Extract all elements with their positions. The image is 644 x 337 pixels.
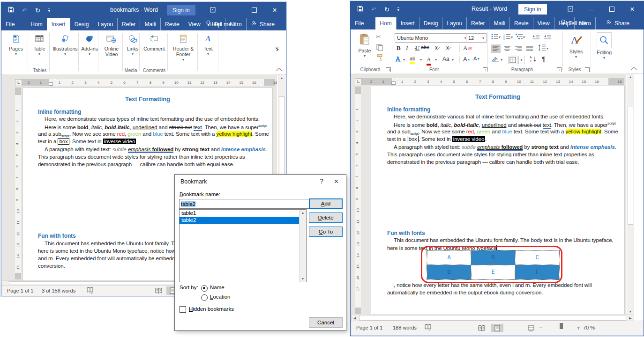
table-button[interactable]: Table▾ xyxy=(29,33,50,57)
change-case-dropdown-icon[interactable]: ▾ xyxy=(452,58,454,62)
go-to-button[interactable]: Go To xyxy=(309,227,343,237)
strikethrough-button[interactable]: abc xyxy=(421,44,429,50)
tab-maili[interactable]: Maili xyxy=(140,18,160,30)
tab-hom[interactable]: Hom xyxy=(26,18,46,30)
page-number-status[interactable]: Page 1 of 1 xyxy=(7,288,33,293)
tab-revie[interactable]: Revie xyxy=(160,18,184,30)
read-mode-icon[interactable] xyxy=(475,324,487,332)
tab-refer[interactable]: Refer xyxy=(117,18,140,30)
tab-desig[interactable]: Desig xyxy=(419,17,442,29)
sign-in-button[interactable]: Sign in xyxy=(167,5,195,15)
pages-button[interactable]: Pages▾ xyxy=(5,33,27,57)
format-painter-button[interactable] xyxy=(376,54,383,61)
scroll-up-icon[interactable]: ▲ xyxy=(300,211,306,214)
cancel-button[interactable]: Cancel xyxy=(309,317,343,328)
vertical-ruler[interactable]: 1234567891011121314151617 xyxy=(355,87,361,314)
delete-button[interactable]: Delete xyxy=(309,212,343,223)
online-video-button[interactable]: Online Video xyxy=(100,33,123,57)
decrease-indent-button[interactable] xyxy=(532,33,540,40)
right-indent-marker[interactable] xyxy=(604,82,607,85)
undo-icon[interactable]: ↶ xyxy=(22,7,27,14)
tab-insert[interactable]: Insert xyxy=(396,17,419,29)
scroll-up-icon[interactable]: ▲ xyxy=(627,75,634,79)
scrollbar-thumb[interactable] xyxy=(628,107,633,225)
zoom-level[interactable]: 70 % xyxy=(583,325,595,330)
shrink-font-button[interactable]: A▼ xyxy=(473,56,480,61)
multilevel-list-button[interactable] xyxy=(516,33,523,40)
shading-button[interactable] xyxy=(491,56,500,62)
comment-button[interactable]: Comment xyxy=(141,33,167,51)
tab-insert[interactable]: Insert xyxy=(47,18,70,30)
minimize-icon[interactable]: — xyxy=(223,7,244,14)
save-icon[interactable] xyxy=(357,6,363,13)
tab-file[interactable]: File xyxy=(351,17,368,29)
scroll-up-icon[interactable]: ▲ xyxy=(278,76,285,80)
numbering-dropdown-icon[interactable]: ▾ xyxy=(511,35,513,39)
zoom-in-icon[interactable]: + xyxy=(577,324,580,331)
links-button[interactable]: Links▾ xyxy=(124,33,141,57)
maximize-icon[interactable] xyxy=(601,6,622,13)
save-icon[interactable] xyxy=(8,7,14,14)
scroll-down-icon[interactable]: ▼ xyxy=(627,310,634,313)
list-scrollbar[interactable]: ▲ ▼ xyxy=(299,210,306,282)
italic-button[interactable]: I xyxy=(406,44,408,52)
align-justify-button[interactable] xyxy=(525,44,534,53)
scroll-down-icon[interactable]: ▼ xyxy=(300,277,306,280)
left-indent-marker[interactable] xyxy=(49,82,53,86)
first-line-indent-marker[interactable] xyxy=(53,79,57,82)
tab-desig[interactable]: Desig xyxy=(70,18,93,30)
change-case-button[interactable]: Aa xyxy=(442,56,449,62)
borders-dropdown-icon[interactable]: ▾ xyxy=(518,56,524,64)
text-button[interactable]: AText▾ xyxy=(199,33,217,57)
read-mode-icon[interactable] xyxy=(152,286,165,295)
add-ins-button[interactable]: Add-ins▾ xyxy=(80,33,99,57)
paste-button[interactable]: Paste▾ xyxy=(355,32,374,59)
header-footer-button[interactable]: Header & Footer▾ xyxy=(168,33,198,63)
hidden-bookmarks-label[interactable]: Hidden bookmarks xyxy=(189,306,234,312)
underline-dropdown-icon[interactable]: ▾ xyxy=(414,46,416,51)
font-color-button[interactable]: A xyxy=(427,56,431,66)
zoom-slider-thumb[interactable] xyxy=(560,323,563,329)
tab-stop-selector[interactable]: L xyxy=(15,79,22,86)
bold-button[interactable]: B xyxy=(397,44,401,52)
tell-me[interactable]: Tell me xyxy=(206,18,232,30)
grow-font-button[interactable]: A▲ xyxy=(463,56,471,63)
tab-stop-selector[interactable]: L xyxy=(355,78,362,85)
tab-file[interactable]: File xyxy=(1,18,19,30)
ribbon-display-options-icon[interactable] xyxy=(202,7,223,14)
vertical-ruler[interactable]: 123456789101112131415 xyxy=(15,88,21,279)
sign-in-button[interactable]: Sign in xyxy=(518,4,547,15)
right-indent-marker[interactable] xyxy=(259,83,263,86)
bullets-dropdown-icon[interactable]: ▾ xyxy=(499,35,501,39)
increase-indent-button[interactable] xyxy=(544,33,551,40)
text-effects-button[interactable]: A xyxy=(396,56,400,63)
tab-maili[interactable]: Maili xyxy=(489,17,509,29)
ribbon-display-options-icon[interactable] xyxy=(560,6,581,13)
align-center-button[interactable] xyxy=(502,44,512,53)
subscript-button[interactable]: x2 xyxy=(435,44,440,51)
styles-button[interactable]: AStyles▾ xyxy=(565,32,587,60)
line-spacing-button[interactable] xyxy=(538,44,546,51)
sort-name-label[interactable]: Name xyxy=(210,285,225,290)
sort-button[interactable]: AZ xyxy=(530,56,537,62)
copy-button[interactable] xyxy=(376,44,383,51)
bookmark-list-item[interactable]: table1 xyxy=(180,210,300,217)
close-icon[interactable]: × xyxy=(622,5,643,14)
customize-quick-access-icon[interactable]: ▾ xyxy=(397,7,399,12)
line-spacing-dropdown-icon[interactable]: ▾ xyxy=(547,46,548,51)
maximize-icon[interactable] xyxy=(244,7,264,14)
close-icon[interactable]: × xyxy=(264,6,285,15)
redo-icon[interactable]: ↻ xyxy=(384,6,389,13)
close-icon[interactable]: × xyxy=(334,177,338,186)
font-name-select[interactable]: Ubuntu Mono▾ xyxy=(395,33,469,43)
redo-icon[interactable]: ↻ xyxy=(35,7,40,14)
tab-view[interactable]: View xyxy=(533,17,554,29)
hidden-bookmarks-checkbox[interactable] xyxy=(180,306,186,313)
font-dialog-launcher-icon[interactable] xyxy=(483,67,487,72)
shading-dropdown-icon[interactable]: ▾ xyxy=(501,58,502,62)
tab-layou[interactable]: Layou xyxy=(442,17,466,29)
page-number-status[interactable]: Page 1 of 1 xyxy=(356,325,382,330)
superscript-button[interactable]: x2 xyxy=(446,44,451,51)
font-size-select[interactable]: 12▾ xyxy=(466,33,487,43)
pilcrow-button[interactable]: ¶ xyxy=(542,55,546,63)
